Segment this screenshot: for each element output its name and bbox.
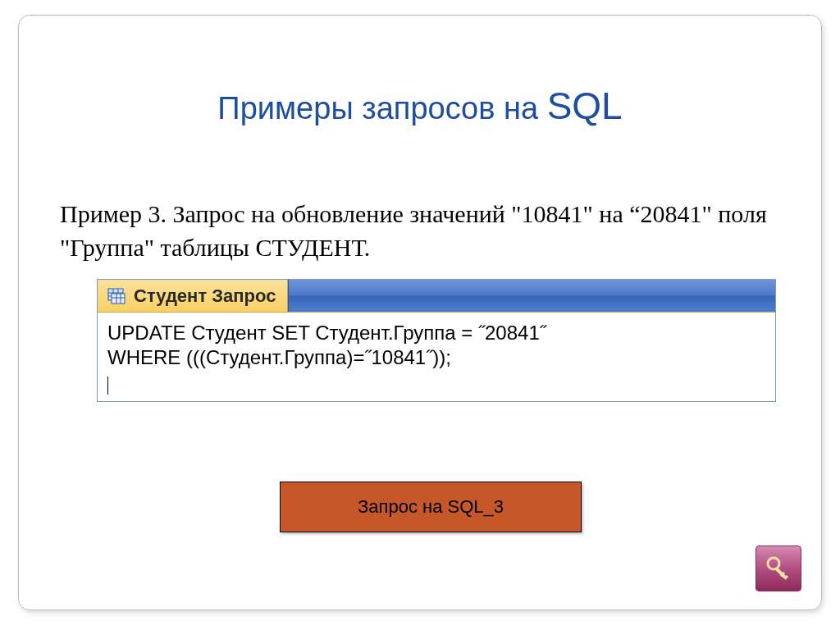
svg-rect-5 <box>112 294 125 304</box>
svg-rect-10 <box>774 567 786 578</box>
access-tab-label: Студент Запрос <box>134 285 276 307</box>
access-sql-body[interactable]: UPDATE Студент SET Студент.Группа = ˝208… <box>98 313 775 401</box>
access-key-icon[interactable] <box>756 546 801 591</box>
access-sql-window: Студент Запрос UPDATE Студент SET Студен… <box>97 279 776 402</box>
example-description: Пример 3. Запрос на обновление значений … <box>60 198 780 264</box>
slide-title: Примеры запросов на SQL <box>60 84 780 128</box>
slide-container: Примеры запросов на SQL Пример 3. Запрос… <box>18 15 822 610</box>
access-titlebar-fill <box>288 280 775 312</box>
sql-query-button-label: Запрос на SQL_3 <box>358 496 504 518</box>
sql-line-1: UPDATE Студент SET Студент.Группа = ˝208… <box>107 321 765 345</box>
sql-line-2: WHERE (((Студент.Группа)=˝10841˝)); <box>107 345 765 370</box>
title-sql: SQL <box>547 84 623 127</box>
sql-query-button[interactable]: Запрос на SQL_3 <box>280 482 582 532</box>
query-grid-icon <box>106 286 127 306</box>
title-prefix: Примеры запросов на <box>217 91 546 126</box>
text-cursor <box>107 377 108 395</box>
access-tab[interactable]: Студент Запрос <box>98 280 288 312</box>
access-titlebar: Студент Запрос <box>98 280 775 313</box>
sql-cursor-line <box>107 370 765 386</box>
